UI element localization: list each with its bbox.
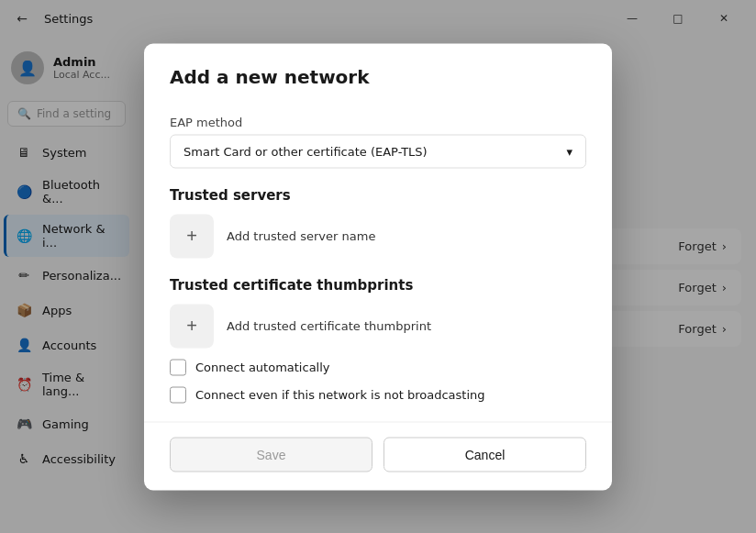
- add-trusted-cert-label: Add trusted certificate thumbprint: [227, 319, 431, 333]
- eap-method-label: EAP method: [170, 115, 586, 128]
- eap-method-value: Smart Card or other certificate (EAP-TLS…: [183, 144, 428, 158]
- cancel-button[interactable]: Cancel: [384, 437, 586, 472]
- modal-title: Add a new network: [170, 65, 586, 87]
- connect-not-broadcasting-label: Connect even if this network is not broa…: [195, 388, 485, 402]
- chevron-down-icon: ▾: [566, 144, 573, 158]
- modal-body[interactable]: EAP method Smart Card or other certifica…: [144, 102, 612, 421]
- add-trusted-cert-button[interactable]: +: [170, 304, 214, 348]
- eap-method-dropdown[interactable]: Smart Card or other certificate (EAP-TLS…: [170, 134, 586, 168]
- add-trusted-server-button[interactable]: +: [170, 214, 214, 258]
- modal-footer: Save Cancel: [144, 421, 612, 490]
- modal-header: Add a new network: [144, 43, 612, 102]
- add-network-modal: Add a new network EAP method Smart Card …: [144, 43, 612, 490]
- trusted-servers-heading: Trusted servers: [170, 186, 586, 203]
- connect-auto-checkbox[interactable]: [170, 359, 186, 375]
- add-trusted-server-label: Add trusted server name: [227, 229, 375, 243]
- trusted-cert-heading: Trusted certificate thumbprints: [170, 276, 586, 293]
- save-button: Save: [170, 437, 372, 472]
- connect-not-broadcasting-checkbox[interactable]: [170, 386, 186, 403]
- connect-auto-label: Connect automatically: [195, 361, 330, 374]
